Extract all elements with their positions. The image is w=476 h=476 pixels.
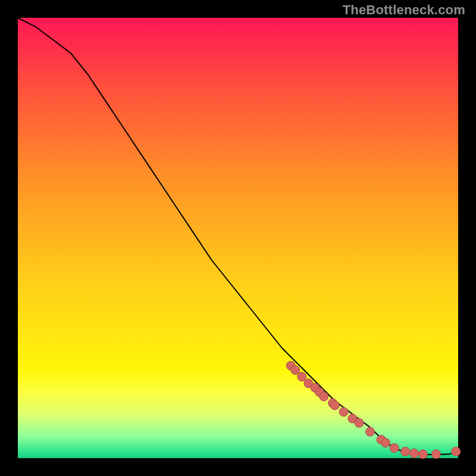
data-marker — [452, 447, 461, 456]
data-marker — [320, 392, 328, 401]
chart-stage: TheBottleneck.com — [0, 0, 476, 476]
data-marker — [330, 401, 339, 410]
data-marker — [418, 450, 427, 459]
watermark-text: TheBottleneck.com — [343, 2, 465, 18]
data-marker — [291, 366, 300, 375]
data-marker — [381, 439, 390, 447]
data-marker — [339, 408, 348, 416]
data-marker — [410, 449, 419, 458]
data-marker — [298, 372, 306, 381]
data-marker — [366, 427, 375, 436]
chart-overlay-svg — [18, 18, 458, 458]
marker-group — [286, 361, 461, 459]
data-marker — [432, 450, 441, 459]
data-marker — [401, 447, 410, 456]
data-marker — [390, 443, 399, 452]
bottleneck-curve — [18, 18, 458, 455]
data-marker — [355, 418, 364, 427]
plot-area — [18, 18, 458, 458]
